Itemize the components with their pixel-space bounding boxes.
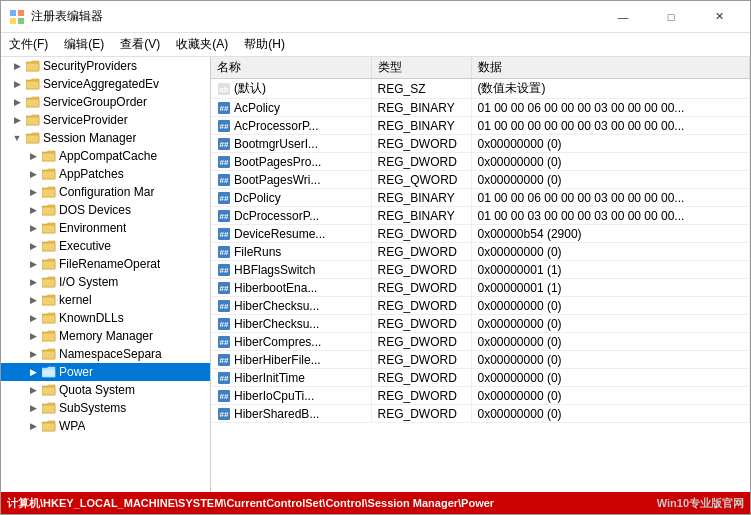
tree-expand-icon: ▶	[9, 79, 25, 89]
cell-type: REG_BINARY	[371, 99, 471, 117]
tree-item-namespacesepara[interactable]: ▶ NamespaceSepara	[1, 345, 210, 363]
folder-icon	[41, 184, 57, 200]
tree-expand-icon: ▶	[25, 151, 41, 161]
tree-expand-icon: ▼	[9, 133, 25, 143]
tree-expand-icon: ▶	[25, 367, 41, 377]
tree-item-session-manager[interactable]: ▼ Session Manager	[1, 129, 210, 147]
svg-text:##: ##	[220, 302, 229, 311]
cell-name: ## HiberIoCpuTi...	[211, 387, 371, 405]
tree-item-securityproviders[interactable]: ▶ SecurityProviders	[1, 57, 210, 75]
table-row[interactable]: ## BootPagesWri...REG_QWORD0x00000000 (0…	[211, 171, 750, 189]
tree-item-label: Executive	[57, 239, 111, 253]
col-header-名称: 名称	[211, 57, 371, 79]
table-row[interactable]: ## FileRunsREG_DWORD0x00000000 (0)	[211, 243, 750, 261]
svg-text:ab: ab	[219, 85, 228, 94]
tree-item-appcompatcache[interactable]: ▶ AppCompatCache	[1, 147, 210, 165]
menu-item-f[interactable]: 文件(F)	[1, 34, 56, 55]
cell-data: 0x00000000 (0)	[471, 333, 750, 351]
entry-name: (默认)	[234, 80, 266, 97]
tree-item-serviceprovider[interactable]: ▶ ServiceProvider	[1, 111, 210, 129]
tree-item-servicegrouporder[interactable]: ▶ ServiceGroupOrder	[1, 93, 210, 111]
table-row[interactable]: ## HiberSharedB...REG_DWORD0x00000000 (0…	[211, 405, 750, 423]
table-row[interactable]: ## HiberHiberFile...REG_DWORD0x00000000 …	[211, 351, 750, 369]
table-row[interactable]: ## HiberChecksu...REG_DWORD0x00000000 (0…	[211, 297, 750, 315]
minimize-button[interactable]: —	[600, 7, 646, 27]
cell-name: ## HiberInitTime	[211, 369, 371, 387]
svg-text:##: ##	[220, 392, 229, 401]
table-row[interactable]: ## HiberInitTimeREG_DWORD0x00000000 (0)	[211, 369, 750, 387]
entry-name: AcPolicy	[234, 101, 280, 115]
table-row[interactable]: ## BootPagesPro...REG_DWORD0x00000000 (0…	[211, 153, 750, 171]
table-row[interactable]: ## AcPolicyREG_BINARY01 00 00 06 00 00 0…	[211, 99, 750, 117]
tree-item-dos-devices[interactable]: ▶ DOS Devices	[1, 201, 210, 219]
tree-panel[interactable]: ▶ SecurityProviders ▶ ServiceAggregatedE…	[1, 57, 211, 492]
table-row[interactable]: ## DeviceResume...REG_DWORD0x00000b54 (2…	[211, 225, 750, 243]
tree-item-apppatches[interactable]: ▶ AppPatches	[1, 165, 210, 183]
tree-item-kernel[interactable]: ▶ kernel	[1, 291, 210, 309]
table-row[interactable]: ## AcProcessorP...REG_BINARY01 00 00 00 …	[211, 117, 750, 135]
cell-data: 01 00 00 03 00 00 00 03 00 00 00 00...	[471, 207, 750, 225]
table-row[interactable]: ## HBFlagsSwitchREG_DWORD0x00000001 (1)	[211, 261, 750, 279]
table-row[interactable]: ## HiberCompres...REG_DWORD0x00000000 (0…	[211, 333, 750, 351]
svg-rect-1	[18, 10, 24, 16]
cell-name: ## FileRuns	[211, 243, 371, 261]
folder-icon	[41, 328, 57, 344]
tree-item-executive[interactable]: ▶ Executive	[1, 237, 210, 255]
cell-name: ## HiberbootEna...	[211, 279, 371, 297]
entry-name: DcPolicy	[234, 191, 281, 205]
table-row[interactable]: ## DcProcessorP...REG_BINARY01 00 00 03 …	[211, 207, 750, 225]
menu-item-e[interactable]: 编辑(E)	[56, 34, 112, 55]
table-row[interactable]: ## HiberbootEna...REG_DWORD0x00000001 (1…	[211, 279, 750, 297]
table-row[interactable]: ## BootmgrUserI...REG_DWORD0x00000000 (0…	[211, 135, 750, 153]
svg-text:##: ##	[220, 374, 229, 383]
svg-text:##: ##	[220, 176, 229, 185]
menu-item-h[interactable]: 帮助(H)	[236, 34, 293, 55]
table-row[interactable]: ## DcPolicyREG_BINARY01 00 00 06 00 00 0…	[211, 189, 750, 207]
title-bar-left: 注册表编辑器	[9, 8, 103, 25]
maximize-button[interactable]: □	[648, 7, 694, 27]
folder-icon	[41, 310, 57, 326]
cell-type: REG_BINARY	[371, 207, 471, 225]
table-row[interactable]: ## HiberIoCpuTi...REG_DWORD0x00000000 (0…	[211, 387, 750, 405]
cell-data: 0x00000000 (0)	[471, 171, 750, 189]
table-header-row: 名称类型数据	[211, 57, 750, 79]
svg-rect-0	[10, 10, 16, 16]
tree-item-memory-manager[interactable]: ▶ Memory Manager	[1, 327, 210, 345]
tree-item-i-o-system[interactable]: ▶ I/O System	[1, 273, 210, 291]
cell-type: REG_DWORD	[371, 387, 471, 405]
close-button[interactable]: ✕	[696, 7, 742, 27]
cell-data: 0x00000b54 (2900)	[471, 225, 750, 243]
tree-item-filerenameoperat[interactable]: ▶ FileRenameOperat	[1, 255, 210, 273]
entry-name: DcProcessorP...	[234, 209, 319, 223]
tree-expand-icon: ▶	[25, 331, 41, 341]
tree-item-quota-system[interactable]: ▶ Quota System	[1, 381, 210, 399]
cell-data: 0x00000000 (0)	[471, 243, 750, 261]
menu-item-a[interactable]: 收藏夹(A)	[168, 34, 236, 55]
menu-item-v[interactable]: 查看(V)	[112, 34, 168, 55]
cell-data: 01 00 00 06 00 00 00 03 00 00 00 00...	[471, 189, 750, 207]
tree-item-environment[interactable]: ▶ Environment	[1, 219, 210, 237]
col-header-数据: 数据	[471, 57, 750, 79]
tree-item-power[interactable]: ▶ Power	[1, 363, 210, 381]
cell-name: ## DcPolicy	[211, 189, 371, 207]
tree-item-serviceaggregatedev[interactable]: ▶ ServiceAggregatedEv	[1, 75, 210, 93]
tree-item-subsystems[interactable]: ▶ SubSystems	[1, 399, 210, 417]
folder-icon	[41, 148, 57, 164]
cell-name: ## HiberHiberFile...	[211, 351, 371, 369]
tree-item-knowndlls[interactable]: ▶ KnownDLLs	[1, 309, 210, 327]
table-row[interactable]: ab (默认)REG_SZ(数值未设置)	[211, 79, 750, 99]
entry-name: HiberCompres...	[234, 335, 321, 349]
cell-type: REG_DWORD	[371, 279, 471, 297]
tree-item-configuration-mar[interactable]: ▶ Configuration Mar	[1, 183, 210, 201]
svg-rect-3	[18, 18, 24, 24]
detail-panel[interactable]: 名称类型数据 ab (默认)REG_SZ(数值未设置) ## AcPolicyR…	[211, 57, 750, 492]
tree-item-label: AppCompatCache	[57, 149, 157, 163]
tree-item-label: ServiceAggregatedEv	[41, 77, 159, 91]
tree-expand-icon: ▶	[25, 277, 41, 287]
tree-item-wpa[interactable]: ▶ WPA	[1, 417, 210, 435]
cell-type: REG_DWORD	[371, 261, 471, 279]
table-row[interactable]: ## HiberChecksu...REG_DWORD0x00000000 (0…	[211, 315, 750, 333]
tree-item-label: Memory Manager	[57, 329, 153, 343]
cell-data: 0x00000000 (0)	[471, 387, 750, 405]
svg-text:##: ##	[220, 356, 229, 365]
